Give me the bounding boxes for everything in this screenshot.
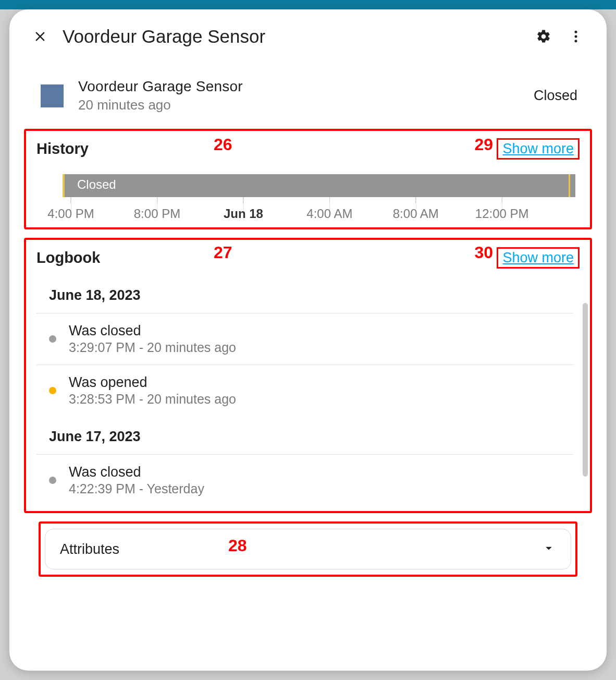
logbook-entry-title: Was closed [69, 464, 204, 480]
history-bar-label: Closed [77, 177, 116, 192]
logbook-show-more-link[interactable]: Show more [502, 250, 574, 265]
settings-button[interactable] [534, 27, 553, 46]
entity-state: Closed [534, 88, 577, 104]
history-timeline: Closed 4:00 PM8:00 PMJun 184:00 AM8:00 A… [30, 164, 586, 222]
attributes-expander[interactable]: Attributes [45, 529, 571, 569]
logbook-entry: Was closed4:22:39 PM - Yesterday [36, 454, 573, 506]
entity-name: Voordeur Garage Sensor [78, 78, 243, 95]
annotation-number-26: 26 [214, 135, 232, 154]
annotation-box-30: Show more [497, 247, 580, 269]
logbook-date-heading: June 18, 2023 [36, 275, 573, 313]
background-top-bar [0, 0, 616, 9]
history-tick: 12:00 PM [475, 197, 529, 221]
gear-icon [536, 29, 551, 44]
logbook-entry-dot [49, 387, 56, 394]
close-button[interactable] [30, 27, 50, 46]
logbook-entry-dot [49, 477, 56, 484]
history-tick: 8:00 PM [134, 197, 180, 221]
annotation-box-26: 26 29 History Show more Closed [24, 129, 592, 229]
attributes-heading: Attributes [60, 541, 119, 557]
close-icon [32, 29, 48, 44]
history-state-bar [63, 174, 575, 197]
entity-dialog: Voordeur Garage Sensor Voordeur Garage S… [9, 9, 607, 671]
entity-state-color [41, 84, 64, 107]
entity-status-row: Voordeur Garage Sensor 20 minutes ago Cl… [39, 57, 577, 124]
history-show-more-link[interactable]: Show more [502, 141, 574, 156]
annotation-number-28: 28 [228, 536, 247, 555]
svg-point-2 [575, 40, 577, 42]
entity-last-changed: 20 minutes ago [78, 97, 243, 113]
history-tick: Jun 18 [224, 197, 263, 221]
history-heading: History [36, 140, 89, 157]
annotation-number-30: 30 [474, 243, 493, 262]
logbook-scrollbar[interactable] [583, 303, 588, 477]
chevron-down-icon [541, 541, 556, 557]
logbook-entry-title: Was closed [69, 323, 236, 339]
logbook-entry: Was closed3:29:07 PM - 20 minutes ago [36, 313, 573, 365]
annotation-box-29: Show more [497, 138, 580, 160]
annotation-number-27: 27 [214, 243, 232, 262]
annotation-box-27: 27 30 Logbook Show more June 18, 2023Was… [24, 238, 592, 513]
svg-point-0 [575, 31, 577, 33]
history-marker [569, 174, 570, 197]
more-vert-icon [568, 29, 584, 44]
history-tick: 8:00 AM [393, 197, 439, 221]
dialog-header: Voordeur Garage Sensor [9, 9, 607, 57]
logbook-date-heading: June 17, 2023 [36, 416, 573, 454]
logbook-entry-time: 3:29:07 PM - 20 minutes ago [69, 340, 236, 355]
logbook-entry-time: 3:28:53 PM - 20 minutes ago [69, 392, 236, 407]
annotation-number-29: 29 [474, 135, 493, 154]
logbook-entry-time: 4:22:39 PM - Yesterday [69, 481, 204, 496]
logbook-entry: Was opened3:28:53 PM - 20 minutes ago [36, 365, 573, 416]
history-tick: 4:00 PM [47, 197, 94, 221]
history-marker [63, 174, 65, 197]
history-axis: 4:00 PM8:00 PMJun 184:00 AM8:00 AM12:00 … [39, 197, 577, 222]
history-tick: 4:00 AM [306, 197, 352, 221]
dialog-title: Voordeur Garage Sensor [63, 26, 521, 47]
more-button[interactable] [566, 27, 586, 46]
logbook-list: June 18, 2023Was closed3:29:07 PM - 20 m… [36, 275, 580, 506]
svg-point-1 [575, 35, 577, 38]
logbook-entry-dot [49, 335, 56, 343]
annotation-box-28: 28 Attributes [39, 521, 577, 577]
logbook-entry-title: Was opened [69, 374, 236, 391]
logbook-heading: Logbook [36, 249, 100, 266]
